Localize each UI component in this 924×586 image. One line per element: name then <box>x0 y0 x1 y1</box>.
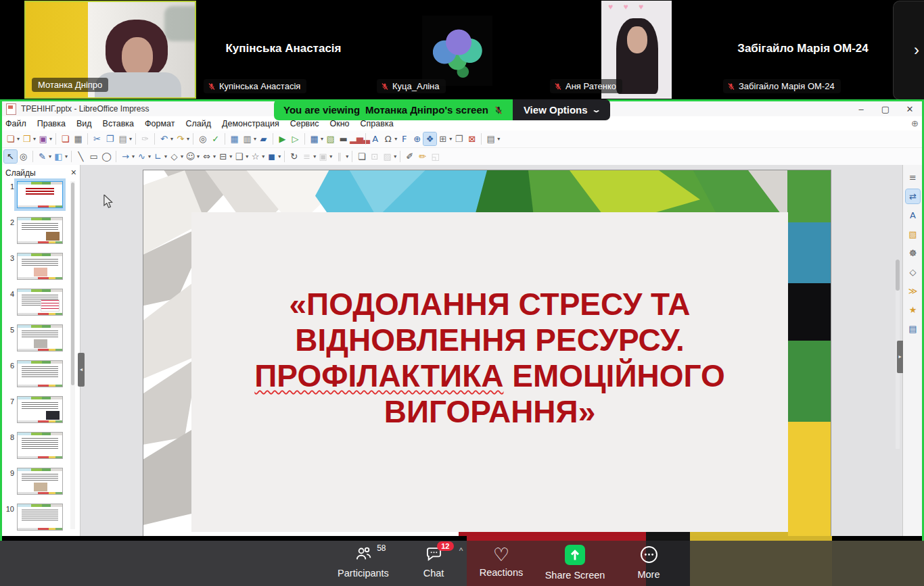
special-character-icon[interactable]: Ω <box>382 132 394 145</box>
master-slides-tab-icon[interactable]: ▤ <box>906 322 920 336</box>
gallery-tab-icon[interactable]: ▧ <box>906 227 920 241</box>
close-button[interactable]: ✕ <box>902 104 917 114</box>
language-globe-icon[interactable]: ⊕ <box>911 118 919 128</box>
menu-Правка[interactable]: Правка <box>32 118 71 130</box>
redo-icon[interactable]: ↷ <box>174 132 187 145</box>
align-icon-dropdown[interactable]: ▾ <box>313 153 316 160</box>
insert-image-icon[interactable]: ▧ <box>324 132 337 145</box>
slide-layout-icon-dropdown[interactable]: ▾ <box>497 136 500 142</box>
hyperlink-icon[interactable]: ⊕ <box>411 132 423 145</box>
redo-icon-dropdown[interactable]: ▾ <box>187 136 189 142</box>
slide-thumbnail-row[interactable]: 10 <box>2 504 70 536</box>
delete-slide-icon[interactable]: ⊠ <box>465 132 478 145</box>
start-first-slide-icon[interactable]: ▶ <box>276 132 289 145</box>
image-filter-icon-dropdown[interactable]: ▾ <box>394 153 396 160</box>
slide-thumbnail-row[interactable]: 2 <box>2 217 70 249</box>
slide-thumbnail[interactable] <box>17 396 63 423</box>
save-icon[interactable]: ▣ <box>37 132 49 145</box>
menu-Вставка[interactable]: Вставка <box>97 118 139 130</box>
slides-panel-scrollbar[interactable] <box>70 181 75 529</box>
animation-tab-icon[interactable]: ★ <box>906 303 920 317</box>
copy-icon[interactable]: ❐ <box>103 132 116 145</box>
menu-Формат[interactable]: Формат <box>139 118 180 130</box>
callout-icon[interactable]: ❑ <box>233 150 246 163</box>
participant-tile[interactable]: Забігайло Марія ОМ-24Забігайло Марія ОМ-… <box>717 1 889 99</box>
menu-Файл[interactable]: Файл <box>0 118 32 130</box>
undo-icon-dropdown[interactable]: ▾ <box>170 136 173 142</box>
insert-table-icon-dropdown[interactable]: ▾ <box>321 136 323 142</box>
ellipse-icon[interactable]: ◯ <box>100 150 113 163</box>
symbol-shapes-icon-dropdown[interactable]: ▾ <box>197 153 200 160</box>
open-folder-icon-dropdown[interactable]: ▾ <box>33 136 36 142</box>
save-icon-dropdown[interactable]: ▾ <box>49 136 52 142</box>
block-arrows-icon[interactable]: ⇔ <box>200 150 213 163</box>
properties-tab-icon[interactable]: ⇄ <box>906 189 920 203</box>
zoom-icon[interactable]: ◎ <box>17 150 30 163</box>
participant-tile[interactable]: ♥ ♥ ♥Аня Ратенко <box>544 1 716 99</box>
insert-textbox-icon[interactable]: A <box>369 132 382 145</box>
curve-icon-dropdown[interactable]: ▾ <box>148 153 151 160</box>
slide-thumbnail[interactable] <box>17 181 63 208</box>
slide-thumbnail[interactable] <box>17 253 63 280</box>
panel-collapse-handle[interactable]: ◂ <box>78 353 85 387</box>
special-character-icon-dropdown[interactable]: ▾ <box>394 136 397 142</box>
rectangle-icon[interactable]: ▭ <box>87 150 100 163</box>
spelling-icon[interactable]: ✓ <box>209 132 222 145</box>
sidebar-collapse-handle[interactable]: ▸ <box>897 341 903 373</box>
3d-objects-icon[interactable]: ◼ <box>265 150 278 163</box>
helplines-icon[interactable]: ▥ <box>241 132 254 145</box>
block-arrows-icon-dropdown[interactable]: ▾ <box>213 153 216 160</box>
paste-icon-dropdown[interactable]: ▾ <box>129 136 132 142</box>
3d-objects-icon-dropdown[interactable]: ▾ <box>278 153 281 160</box>
display-mode-icon[interactable]: ▰ <box>257 132 270 145</box>
fill-color-icon[interactable]: ◧ <box>52 150 65 163</box>
line-color-icon-dropdown[interactable]: ▾ <box>49 153 51 160</box>
curve-icon[interactable]: ∿ <box>135 150 148 163</box>
slide-layout-icon[interactable]: ▤ <box>484 132 497 145</box>
cut-icon[interactable]: ✂ <box>91 132 103 145</box>
fill-color-icon-dropdown[interactable]: ▾ <box>65 153 68 160</box>
lines-arrows-icon-dropdown[interactable]: ▾ <box>132 153 135 160</box>
minimize-button[interactable]: – <box>854 104 869 114</box>
distribute-icon-dropdown[interactable]: ▾ <box>346 153 348 160</box>
symbol-shapes-icon[interactable]: ☺ <box>184 150 197 163</box>
maximize-button[interactable]: ▢ <box>878 104 893 114</box>
slide-thumbnail[interactable] <box>17 504 63 531</box>
stars-icon[interactable]: ☆ <box>249 150 262 163</box>
slide-thumbnail-row[interactable]: 9 <box>2 468 70 500</box>
start-current-slide-icon[interactable]: ▷ <box>289 132 302 145</box>
display-grid-icon[interactable]: ▦ <box>228 132 241 145</box>
callout-icon-dropdown[interactable]: ▾ <box>246 153 248 160</box>
glue-points-icon[interactable]: ✏ <box>416 150 429 163</box>
slide-thumbnail[interactable] <box>17 468 63 495</box>
participant-tile[interactable]: Куца_Аліна <box>371 1 542 99</box>
new-slide-icon[interactable]: ⊞ <box>436 132 449 145</box>
find-replace-icon[interactable]: ◎ <box>196 132 209 145</box>
basic-shapes-icon[interactable]: ◇ <box>168 150 181 163</box>
export-pdf-icon[interactable]: ❏ <box>59 132 72 145</box>
duplicate-slide-icon[interactable]: ❐ <box>453 132 465 145</box>
flowchart-icon-dropdown[interactable]: ▾ <box>229 153 232 160</box>
new-document-icon-dropdown[interactable]: ▾ <box>17 136 20 142</box>
more-button[interactable]: More <box>611 545 686 580</box>
slide-thumbnail[interactable] <box>17 360 63 387</box>
menu-Слайд[interactable]: Слайд <box>180 118 216 130</box>
line-color-icon[interactable]: ✎ <box>36 150 49 163</box>
slide-thumbnail-row[interactable]: 6 <box>2 360 70 393</box>
menu-Вид[interactable]: Вид <box>71 118 97 130</box>
reactions-button[interactable]: ♡ Reactions <box>464 545 538 578</box>
slide-canvas[interactable]: «ПОДОЛАННЯ СТРЕСУ ТАВІДНОВЛЕННЯ РЕСУРСУ.… <box>143 170 831 536</box>
slide-thumbnail-row[interactable]: 4 <box>2 289 70 321</box>
slide-thumbnail[interactable] <box>17 324 63 351</box>
shadow-icon[interactable]: ❏ <box>355 150 368 163</box>
sidebar-menu-icon[interactable]: ≡ <box>906 170 920 185</box>
view-options-button[interactable]: View Options ⌄ <box>513 99 610 120</box>
flowchart-icon[interactable]: ⊟ <box>216 150 229 163</box>
new-document-icon[interactable]: ❏ <box>4 132 17 145</box>
lines-arrows-icon[interactable]: → <box>119 150 132 163</box>
insert-media-icon[interactable]: ▬ <box>337 132 350 145</box>
chat-expand-chevron-icon[interactable]: ^ <box>459 546 463 556</box>
helplines-icon-dropdown[interactable]: ▾ <box>254 136 256 142</box>
participant-tile[interactable]: Купінська АнастасіяКупінська Анастасія <box>198 1 369 99</box>
slide-thumbnail-row[interactable]: 5 <box>2 324 70 357</box>
